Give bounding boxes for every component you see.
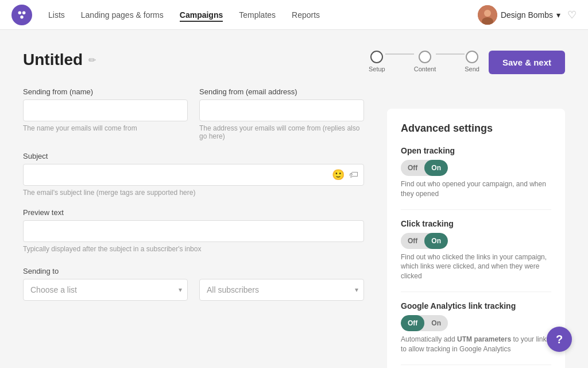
preview-text-hint: Typically displayed after the subject in… (23, 245, 364, 253)
step-content-label: Content (414, 66, 436, 72)
click-tracking-toggle[interactable]: Off On (401, 233, 448, 249)
ga-tracking-label: Google Analytics link tracking (401, 301, 551, 310)
sending-to-selects: Choose a list ▾ All subscribers ▾ (23, 279, 364, 301)
svg-point-2 (20, 15, 24, 18)
step-setup: Setup (369, 51, 385, 72)
svg-point-1 (22, 11, 25, 14)
open-tracking-toggle[interactable]: Off On (401, 160, 448, 176)
sending-from-email-label: Sending from (email address) (199, 87, 364, 96)
divider-1 (401, 209, 551, 210)
steps-container: Setup Content Send (369, 51, 479, 72)
sending-from-row: Sending from (name) The name your emails… (23, 87, 364, 140)
chevron-down-icon: ▾ (556, 10, 560, 20)
preview-text-group: Preview text Typically displayed after t… (23, 208, 364, 253)
preview-text-label: Preview text (23, 208, 364, 217)
sending-to-group: Sending to Choose a list ▾ All subscribe… (23, 267, 364, 301)
user-name: Design Bombs (501, 10, 553, 20)
all-subscribers-select[interactable]: All subscribers (199, 279, 364, 301)
step-line-1 (385, 53, 414, 55)
avatar (478, 5, 497, 25)
page-title-row: Untitled ✏ (23, 51, 364, 69)
nav-lists[interactable]: Lists (48, 8, 65, 22)
ga-tracking-setting: Google Analytics link tracking Off On Au… (401, 301, 551, 354)
ga-tracking-off[interactable]: Off (401, 315, 424, 331)
open-tracking-hint: Find out who opened your campaign, and w… (401, 179, 551, 199)
page-title: Untitled (23, 51, 83, 69)
advanced-settings-title: Advanced settings (401, 122, 551, 135)
all-subscribers-wrapper: All subscribers ▾ (199, 279, 364, 301)
ga-tracking-hint: Automatically add UTM parameters to your… (401, 335, 551, 354)
divider-3 (401, 365, 551, 365)
ga-tracking-on[interactable]: On (424, 315, 448, 331)
nav-campaigns[interactable]: Campaigns (180, 8, 223, 22)
step-content-circle (419, 51, 431, 63)
subject-label: Subject (23, 152, 364, 160)
choose-list-select[interactable]: Choose a list (23, 279, 188, 301)
step-setup-circle (370, 51, 383, 63)
divider-2 (401, 292, 551, 292)
sending-from-email-input[interactable] (199, 99, 364, 121)
emoji-icon[interactable]: 🙂 (332, 168, 345, 181)
left-panel: Untitled ✏ Sending from (name) The name … (23, 51, 387, 368)
sending-from-email-hint: The address your emails will come from (… (199, 124, 364, 140)
utm-bold: UTM parameters (457, 335, 511, 343)
sending-from-name-label: Sending from (name) (23, 87, 188, 96)
save-next-button[interactable]: Save & next (489, 51, 565, 74)
open-tracking-setting: Open tracking Off On Find out who opened… (401, 146, 551, 199)
nav-templates[interactable]: Templates (239, 8, 276, 22)
click-tracking-on[interactable]: On (424, 233, 448, 249)
nav-links: Lists Landing pages & forms Campaigns Te… (48, 8, 462, 22)
open-tracking-label: Open tracking (401, 146, 551, 155)
user-menu[interactable]: Design Bombs ▾ (478, 5, 560, 25)
sending-from-name-hint: The name your emails will come from (23, 124, 188, 132)
subject-icons: 🙂 🏷 (332, 168, 358, 181)
top-navigation: Lists Landing pages & forms Campaigns Te… (0, 0, 588, 30)
click-tracking-off[interactable]: Off (401, 233, 424, 249)
subject-input[interactable] (23, 164, 364, 186)
subject-wrapper: 🙂 🏷 (23, 164, 364, 186)
open-tracking-off[interactable]: Off (401, 160, 424, 176)
main-content: Untitled ✏ Sending from (name) The name … (0, 30, 588, 368)
preview-text-input[interactable] (23, 220, 364, 242)
step-setup-label: Setup (369, 66, 385, 72)
step-send-circle (466, 51, 478, 63)
nav-right: Design Bombs ▾ ♡ (478, 5, 577, 25)
subject-hint: The email's subject line (merge tags are… (23, 189, 364, 197)
help-button[interactable]: ? (547, 327, 572, 352)
ga-tracking-toggle[interactable]: Off On (401, 315, 448, 331)
step-send-label: Send (465, 66, 479, 72)
step-send: Send (465, 51, 479, 72)
app-logo[interactable] (11, 5, 32, 25)
sending-from-email-group: Sending from (email address) The address… (199, 87, 364, 140)
favorites-icon[interactable]: ♡ (567, 9, 577, 21)
sending-from-name-group: Sending from (name) The name your emails… (23, 87, 188, 140)
svg-point-4 (484, 10, 491, 17)
subject-group: Subject 🙂 🏷 The email's subject line (me… (23, 152, 364, 197)
steps-area: Setup Content Send Save & next (387, 51, 565, 74)
click-tracking-setting: Click tracking Off On Find out who click… (401, 219, 551, 281)
tag-icon[interactable]: 🏷 (349, 170, 358, 180)
choose-list-wrapper: Choose a list ▾ (23, 279, 188, 301)
step-content: Content (414, 51, 436, 72)
nav-landing-pages[interactable]: Landing pages & forms (81, 8, 164, 22)
sending-from-name-input[interactable] (23, 99, 188, 121)
sending-to-label: Sending to (23, 267, 364, 275)
click-tracking-label: Click tracking (401, 219, 551, 228)
step-line-2 (436, 53, 465, 55)
click-tracking-hint: Find out who clicked the links in your c… (401, 252, 551, 281)
nav-reports[interactable]: Reports (292, 8, 320, 22)
right-panel: Setup Content Send Save & next Advanced … (387, 51, 565, 368)
advanced-settings-panel: Advanced settings Open tracking Off On F… (387, 109, 565, 368)
edit-title-icon[interactable]: ✏ (88, 55, 96, 66)
svg-point-0 (18, 11, 21, 14)
open-tracking-on[interactable]: On (424, 160, 448, 176)
